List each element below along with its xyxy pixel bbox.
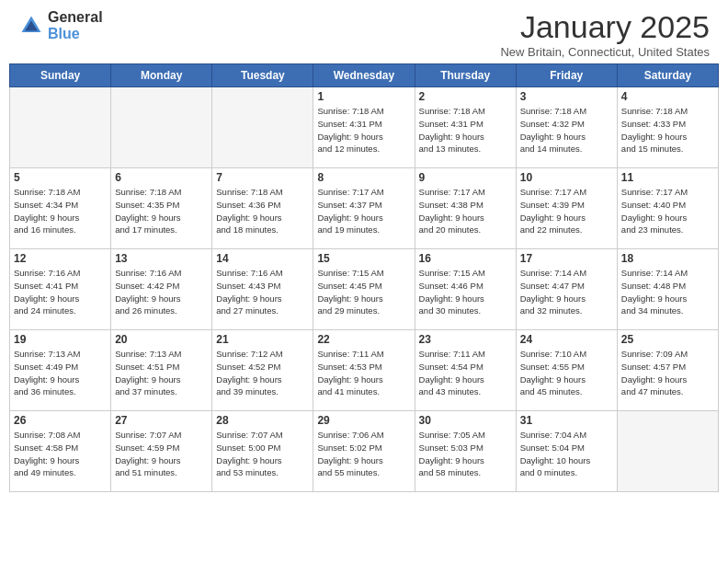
calendar-cell: 9Sunrise: 7:17 AM Sunset: 4:38 PM Daylig… [415, 168, 516, 249]
day-info: Sunrise: 7:18 AM Sunset: 4:35 PM Dayligh… [115, 186, 208, 236]
calendar-cell: 3Sunrise: 7:18 AM Sunset: 4:32 PM Daylig… [516, 87, 617, 168]
calendar-cell: 10Sunrise: 7:17 AM Sunset: 4:39 PM Dayli… [516, 168, 617, 249]
day-info: Sunrise: 7:07 AM Sunset: 5:00 PM Dayligh… [216, 429, 309, 479]
date-number: 13 [115, 252, 208, 265]
day-info: Sunrise: 7:12 AM Sunset: 4:52 PM Dayligh… [216, 348, 309, 398]
date-number: 24 [520, 333, 613, 346]
day-info: Sunrise: 7:18 AM Sunset: 4:31 PM Dayligh… [317, 105, 410, 155]
day-info: Sunrise: 7:18 AM Sunset: 4:33 PM Dayligh… [621, 105, 714, 155]
day-header-row: SundayMondayTuesdayWednesdayThursdayFrid… [10, 64, 719, 87]
date-number: 3 [520, 90, 613, 103]
day-info: Sunrise: 7:05 AM Sunset: 5:03 PM Dayligh… [419, 429, 512, 479]
day-info: Sunrise: 7:09 AM Sunset: 4:57 PM Dayligh… [621, 348, 714, 398]
date-number: 18 [621, 252, 714, 265]
calendar-cell: 23Sunrise: 7:11 AM Sunset: 4:54 PM Dayli… [415, 330, 516, 411]
calendar-cell: 14Sunrise: 7:16 AM Sunset: 4:43 PM Dayli… [212, 249, 313, 330]
logo: General Blue [18, 9, 103, 41]
date-number: 21 [216, 333, 309, 346]
week-row-2: 5Sunrise: 7:18 AM Sunset: 4:34 PM Daylig… [10, 168, 719, 249]
calendar-cell: 13Sunrise: 7:16 AM Sunset: 4:42 PM Dayli… [111, 249, 212, 330]
date-number: 16 [419, 252, 512, 265]
date-number: 10 [520, 171, 613, 184]
location: New Britain, Connecticut, United States [500, 45, 710, 59]
calendar-table: SundayMondayTuesdayWednesdayThursdayFrid… [9, 63, 719, 492]
calendar-cell: 16Sunrise: 7:15 AM Sunset: 4:46 PM Dayli… [415, 249, 516, 330]
calendar-cell: 1Sunrise: 7:18 AM Sunset: 4:31 PM Daylig… [313, 87, 415, 168]
day-info: Sunrise: 7:11 AM Sunset: 4:53 PM Dayligh… [317, 348, 410, 398]
day-header-tuesday: Tuesday [212, 64, 313, 87]
day-info: Sunrise: 7:16 AM Sunset: 4:43 PM Dayligh… [216, 267, 309, 317]
day-info: Sunrise: 7:11 AM Sunset: 4:54 PM Dayligh… [419, 348, 512, 398]
day-info: Sunrise: 7:08 AM Sunset: 4:58 PM Dayligh… [14, 429, 107, 479]
date-number: 31 [520, 414, 613, 427]
logo-general: General [48, 9, 103, 26]
calendar-cell: 5Sunrise: 7:18 AM Sunset: 4:34 PM Daylig… [10, 168, 111, 249]
calendar-cell: 17Sunrise: 7:14 AM Sunset: 4:47 PM Dayli… [516, 249, 617, 330]
day-info: Sunrise: 7:17 AM Sunset: 4:40 PM Dayligh… [621, 186, 714, 236]
date-number: 25 [621, 333, 714, 346]
date-number: 9 [419, 171, 512, 184]
day-info: Sunrise: 7:17 AM Sunset: 4:37 PM Dayligh… [317, 186, 410, 236]
calendar-cell: 6Sunrise: 7:18 AM Sunset: 4:35 PM Daylig… [111, 168, 212, 249]
date-number: 15 [317, 252, 410, 265]
calendar-cell: 22Sunrise: 7:11 AM Sunset: 4:53 PM Dayli… [313, 330, 415, 411]
day-header-monday: Monday [111, 64, 212, 87]
calendar-cell: 24Sunrise: 7:10 AM Sunset: 4:55 PM Dayli… [516, 330, 617, 411]
date-number: 8 [317, 171, 410, 184]
date-number: 29 [317, 414, 410, 427]
date-number: 28 [216, 414, 309, 427]
day-info: Sunrise: 7:13 AM Sunset: 4:51 PM Dayligh… [115, 348, 208, 398]
day-info: Sunrise: 7:06 AM Sunset: 5:02 PM Dayligh… [317, 429, 410, 479]
calendar-cell: 11Sunrise: 7:17 AM Sunset: 4:40 PM Dayli… [617, 168, 718, 249]
date-number: 30 [419, 414, 512, 427]
day-header-wednesday: Wednesday [313, 64, 415, 87]
date-number: 14 [216, 252, 309, 265]
calendar-cell [617, 411, 718, 492]
calendar-cell: 18Sunrise: 7:14 AM Sunset: 4:48 PM Dayli… [617, 249, 718, 330]
calendar-cell: 26Sunrise: 7:08 AM Sunset: 4:58 PM Dayli… [10, 411, 111, 492]
calendar-cell: 15Sunrise: 7:15 AM Sunset: 4:45 PM Dayli… [313, 249, 415, 330]
day-info: Sunrise: 7:18 AM Sunset: 4:32 PM Dayligh… [520, 105, 613, 155]
page-header: General Blue January 2025 New Britain, C… [0, 0, 728, 63]
title-block: January 2025 New Britain, Connecticut, U… [500, 9, 710, 59]
calendar-cell [10, 87, 111, 168]
date-number: 27 [115, 414, 208, 427]
month-year: January 2025 [500, 9, 710, 45]
calendar-cell: 19Sunrise: 7:13 AM Sunset: 4:49 PM Dayli… [10, 330, 111, 411]
day-header-thursday: Thursday [415, 64, 516, 87]
calendar-cell: 2Sunrise: 7:18 AM Sunset: 4:31 PM Daylig… [415, 87, 516, 168]
date-number: 17 [520, 252, 613, 265]
day-info: Sunrise: 7:16 AM Sunset: 4:41 PM Dayligh… [14, 267, 107, 317]
date-number: 7 [216, 171, 309, 184]
date-number: 20 [115, 333, 208, 346]
calendar-cell [111, 87, 212, 168]
date-number: 5 [14, 171, 107, 184]
date-number: 4 [621, 90, 714, 103]
date-number: 2 [419, 90, 512, 103]
day-header-sunday: Sunday [10, 64, 111, 87]
date-number: 22 [317, 333, 410, 346]
week-row-1: 1Sunrise: 7:18 AM Sunset: 4:31 PM Daylig… [10, 87, 719, 168]
calendar-cell: 7Sunrise: 7:18 AM Sunset: 4:36 PM Daylig… [212, 168, 313, 249]
day-header-saturday: Saturday [617, 64, 718, 87]
date-number: 23 [419, 333, 512, 346]
day-info: Sunrise: 7:18 AM Sunset: 4:36 PM Dayligh… [216, 186, 309, 236]
calendar-cell: 29Sunrise: 7:06 AM Sunset: 5:02 PM Dayli… [313, 411, 415, 492]
day-info: Sunrise: 7:17 AM Sunset: 4:38 PM Dayligh… [419, 186, 512, 236]
calendar-cell: 8Sunrise: 7:17 AM Sunset: 4:37 PM Daylig… [313, 168, 415, 249]
calendar-cell: 25Sunrise: 7:09 AM Sunset: 4:57 PM Dayli… [617, 330, 718, 411]
day-info: Sunrise: 7:14 AM Sunset: 4:48 PM Dayligh… [621, 267, 714, 317]
calendar-cell: 31Sunrise: 7:04 AM Sunset: 5:04 PM Dayli… [516, 411, 617, 492]
day-info: Sunrise: 7:18 AM Sunset: 4:31 PM Dayligh… [419, 105, 512, 155]
date-number: 26 [14, 414, 107, 427]
date-number: 6 [115, 171, 208, 184]
day-info: Sunrise: 7:17 AM Sunset: 4:39 PM Dayligh… [520, 186, 613, 236]
day-info: Sunrise: 7:04 AM Sunset: 5:04 PM Dayligh… [520, 429, 613, 479]
day-info: Sunrise: 7:07 AM Sunset: 4:59 PM Dayligh… [115, 429, 208, 479]
date-number: 12 [14, 252, 107, 265]
day-info: Sunrise: 7:15 AM Sunset: 4:45 PM Dayligh… [317, 267, 410, 317]
day-info: Sunrise: 7:14 AM Sunset: 4:47 PM Dayligh… [520, 267, 613, 317]
date-number: 1 [317, 90, 410, 103]
day-info: Sunrise: 7:15 AM Sunset: 4:46 PM Dayligh… [419, 267, 512, 317]
week-row-5: 26Sunrise: 7:08 AM Sunset: 4:58 PM Dayli… [10, 411, 719, 492]
